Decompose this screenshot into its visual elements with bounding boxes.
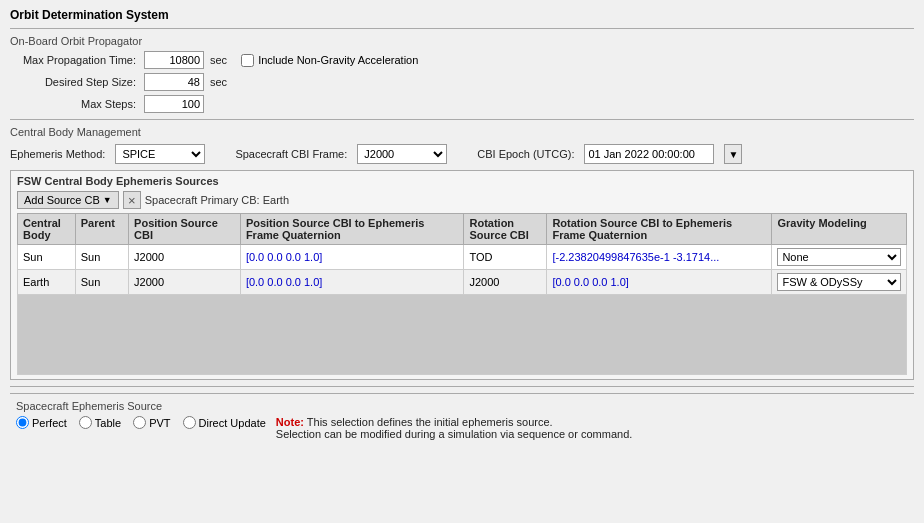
desired-step-label: Desired Step Size:	[10, 76, 140, 88]
table-row: Earth Sun J2000 [0.0 0.0 0.0 1.0] J2000 …	[18, 270, 907, 295]
ephemeris-label: Ephemeris Method:	[10, 148, 105, 160]
col-central-body: CentralBody	[18, 214, 76, 245]
cbi-frame-select[interactable]: J2000 ICRF	[357, 144, 447, 164]
cbm-row: Ephemeris Method: SPICE JPL Spacecraft C…	[10, 142, 914, 166]
radio-perfect-input[interactable]	[16, 416, 29, 429]
calendar-button[interactable]: ▼	[724, 144, 742, 164]
remove-icon: ×	[128, 193, 136, 208]
max-prop-time-input[interactable]	[144, 51, 204, 69]
primary-cb-label: Spacecraft Primary CB: Earth	[145, 194, 289, 206]
radio-direct-update-input[interactable]	[183, 416, 196, 429]
radio-table-label: Table	[95, 417, 121, 429]
ses-divider	[10, 386, 914, 387]
cell-gravity-1: None FSW & ODySSy	[772, 245, 907, 270]
add-source-arrow: ▼	[103, 195, 112, 205]
max-prop-time-unit: sec	[210, 54, 227, 66]
cell-cb-1: Sun	[18, 245, 76, 270]
cell-gravity-2: None FSW & ODySSy	[772, 270, 907, 295]
cell-rot-quat-1[interactable]: [-2.23820499847635e-1 -3.1714...	[547, 245, 772, 270]
non-gravity-row: Include Non-Gravity Acceleration	[241, 54, 418, 67]
radio-table[interactable]: Table	[79, 416, 121, 429]
epoch-input[interactable]	[584, 144, 714, 164]
max-prop-time-row: Max Propagation Time: sec Include Non-Gr…	[10, 51, 914, 69]
title-divider	[10, 28, 914, 29]
cell-pos-cbi-1: J2000	[129, 245, 241, 270]
col-pos-cbi: Position SourceCBI	[129, 214, 241, 245]
radio-pvt[interactable]: PVT	[133, 416, 170, 429]
cell-pos-quat-1[interactable]: [0.0 0.0 0.0 1.0]	[240, 245, 464, 270]
fsw-section: FSW Central Body Ephemeris Sources Add S…	[10, 170, 914, 380]
col-pos-quaternion: Position Source CBI to EphemerisFrame Qu…	[240, 214, 464, 245]
radio-direct-update-label: Direct Update	[199, 417, 266, 429]
cell-rot-cbi-1: TOD	[464, 245, 547, 270]
max-steps-input[interactable]	[144, 95, 204, 113]
desired-step-row: Desired Step Size: sec	[10, 73, 914, 91]
cell-pos-quat-2[interactable]: [0.0 0.0 0.0 1.0]	[240, 270, 464, 295]
col-rot-cbi: RotationSource CBI	[464, 214, 547, 245]
desired-step-unit: sec	[210, 76, 227, 88]
note-container: Note: This selection defines the initial…	[276, 416, 632, 440]
cbm-label: Central Body Management	[10, 126, 914, 138]
gravity-select-2[interactable]: None FSW & ODySSy	[777, 273, 901, 291]
cell-pos-cbi-2: J2000	[129, 270, 241, 295]
radio-perfect-label: Perfect	[32, 417, 67, 429]
radio-table-input[interactable]	[79, 416, 92, 429]
ses-row: Perfect Table PVT Direct Update Note: Th…	[16, 416, 908, 440]
add-source-cb-button[interactable]: Add Source CB ▼	[17, 191, 119, 209]
cell-rot-quat-2[interactable]: [0.0 0.0 0.0 1.0]	[547, 270, 772, 295]
table-row: Sun Sun J2000 [0.0 0.0 0.0 1.0] TOD [-2.…	[18, 245, 907, 270]
cell-parent-2: Sun	[75, 270, 128, 295]
empty-row	[18, 295, 907, 375]
ses-label: Spacecraft Ephemeris Source	[16, 400, 908, 412]
radio-perfect[interactable]: Perfect	[16, 416, 67, 429]
empty-area	[18, 295, 907, 375]
note-label: Note:	[276, 416, 304, 428]
remove-source-button[interactable]: ×	[123, 191, 141, 209]
col-rot-quaternion: Rotation Source CBI to EphemerisFrame Qu…	[547, 214, 772, 245]
page-title: Orbit Determination System	[10, 8, 914, 22]
max-steps-label: Max Steps:	[10, 98, 140, 110]
propagator-label: On-Board Orbit Propagator	[10, 35, 914, 47]
epoch-label: CBI Epoch (UTCG):	[477, 148, 574, 160]
radio-pvt-input[interactable]	[133, 416, 146, 429]
propagator-divider	[10, 119, 914, 120]
radio-group: Perfect Table PVT Direct Update	[16, 416, 266, 429]
main-container: Orbit Determination System On-Board Orbi…	[0, 0, 924, 452]
note-text-1: This selection defines the initial ephem…	[307, 416, 553, 428]
non-gravity-label: Include Non-Gravity Acceleration	[258, 54, 418, 66]
max-steps-row: Max Steps:	[10, 95, 914, 113]
col-parent: Parent	[75, 214, 128, 245]
cell-parent-1: Sun	[75, 245, 128, 270]
non-gravity-checkbox[interactable]	[241, 54, 254, 67]
cbi-frame-label: Spacecraft CBI Frame:	[235, 148, 347, 160]
note-text-2: Selection can be modified during a simul…	[276, 428, 632, 440]
fsw-label: FSW Central Body Ephemeris Sources	[17, 175, 907, 187]
gravity-select-1[interactable]: None FSW & ODySSy	[777, 248, 901, 266]
ephemeris-select[interactable]: SPICE JPL	[115, 144, 205, 164]
fsw-toolbar: Add Source CB ▼ × Spacecraft Primary CB:…	[17, 191, 907, 209]
max-prop-time-label: Max Propagation Time:	[10, 54, 140, 66]
ses-section: Spacecraft Ephemeris Source Perfect Tabl…	[10, 393, 914, 444]
desired-step-input[interactable]	[144, 73, 204, 91]
radio-direct-update[interactable]: Direct Update	[183, 416, 266, 429]
cb-table: CentralBody Parent Position SourceCBI Po…	[17, 213, 907, 375]
add-source-cb-label: Add Source CB	[24, 194, 100, 206]
cell-rot-cbi-2: J2000	[464, 270, 547, 295]
radio-pvt-label: PVT	[149, 417, 170, 429]
cell-cb-2: Earth	[18, 270, 76, 295]
col-gravity: Gravity Modeling	[772, 214, 907, 245]
